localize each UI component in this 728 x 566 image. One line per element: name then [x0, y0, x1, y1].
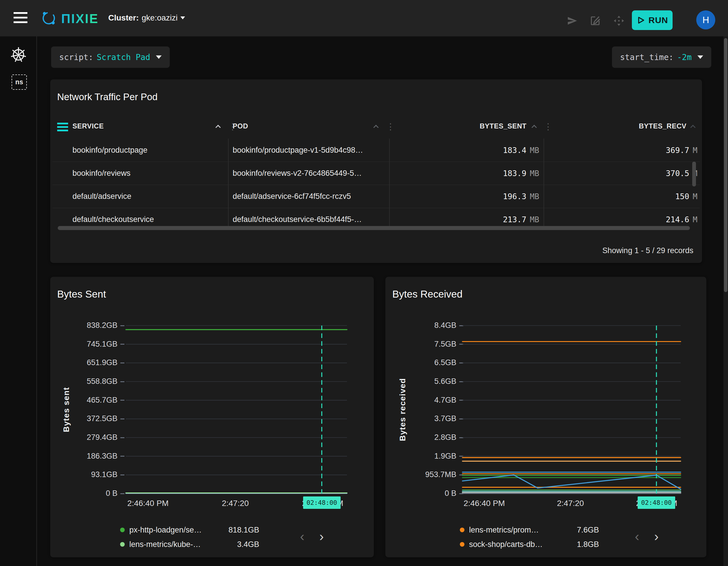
x-tick-label: 2:46:40 PM [127, 499, 169, 508]
cursor-time-tooltip: 02:48:00 [638, 496, 675, 509]
series-label: px-http-loadgen/se… [129, 526, 210, 535]
page-scrollbar-thumb[interactable] [724, 38, 727, 292]
y-tick-label: 279.4GB [50, 433, 117, 442]
y-tick-label: 186.3GB [50, 452, 117, 461]
legend-next-icon[interactable]: › [651, 528, 662, 544]
start-time-key: start_time: [620, 53, 673, 62]
pixie-logo[interactable]: ΠIXIE [40, 10, 99, 28]
x-tick-label: 2:47:20 [222, 499, 249, 508]
cluster-value: gke:oazizi [142, 13, 178, 23]
column-divider [228, 139, 229, 230]
y-tick-label: 3.7GB [385, 414, 456, 423]
script-key: script: [59, 53, 93, 62]
sort-asc-icon[interactable] [373, 125, 378, 130]
top-bar: ΠIXIE Cluster: gke:oazizi RU [0, 0, 728, 36]
table-title: Network Traffic Per Pod [57, 91, 158, 102]
y-tick-mark [120, 419, 124, 419]
column-header-bytes-sent[interactable]: BYTES_SENT [394, 122, 527, 134]
series-dot-icon [460, 542, 464, 547]
pixie-logo-text: ΠIXIE [61, 12, 99, 26]
y-tick-label: 93.1GB [50, 470, 117, 479]
y-tick-mark [120, 363, 124, 363]
start-time-selector[interactable]: start_time: -2m [612, 46, 711, 68]
series-dot-icon [120, 528, 125, 532]
series-value: 1.8GB [550, 540, 599, 549]
legend-item: lens-metrics/prom… 7.6GB [460, 524, 599, 536]
y-tick-label: 372.5GB [50, 414, 117, 423]
y-tick-label: 953.7MB [385, 470, 456, 479]
y-tick-label: 745.1GB [50, 340, 117, 349]
legend-item: lens-metrics/kube-… 3.4GB [120, 538, 259, 550]
series-label: lens-metrics/prom… [469, 526, 550, 535]
column-divider [389, 139, 390, 230]
move-widgets-icon[interactable] [613, 15, 625, 27]
series-label: sock-shop/carts-db… [469, 540, 550, 549]
y-tick-mark [120, 437, 124, 438]
horizontal-scrollbar[interactable] [58, 226, 690, 230]
play-icon [636, 16, 645, 25]
y-tick-mark [120, 400, 124, 401]
chevron-down-icon [697, 55, 703, 59]
sidebar-item-namespaces[interactable]: ns [12, 74, 27, 90]
edit-icon[interactable] [589, 15, 601, 27]
bytes-sent-cell: 183.9MB [405, 162, 539, 185]
column-menu-icon[interactable]: ⋮ [544, 122, 552, 132]
script-value: Scratch Pad [97, 53, 150, 62]
y-tick-label: 2.8GB [385, 433, 456, 442]
pod-cell: bookinfo/reviews-v2-76c4865449-5… [233, 162, 383, 185]
y-tick-label: 7.5GB [385, 340, 456, 349]
column-divider [544, 139, 544, 230]
y-tick-label: 1.9GB [385, 452, 456, 461]
column-header-bytes-recv[interactable]: BYTES_RECV [554, 122, 686, 134]
network-traffic-table-card: Network Traffic Per Pod SERVICE ⋮ POD ⋮ … [50, 79, 702, 263]
cluster-selector[interactable]: Cluster: gke:oazizi [108, 13, 185, 23]
plot-area[interactable] [126, 326, 347, 495]
sort-asc-icon[interactable] [531, 125, 537, 130]
y-tick-mark [120, 456, 124, 457]
bytes-recv-cell: 150M [564, 185, 697, 208]
series-dot-icon [120, 542, 125, 547]
service-cell: bookinfo/productpage [72, 139, 223, 162]
menu-icon[interactable] [14, 12, 27, 24]
avatar[interactable]: H [696, 10, 715, 29]
vertical-scrollbar[interactable] [692, 162, 696, 186]
bytes-recv-cell: 370.5M [564, 162, 697, 185]
bytes-sent-cell: 196.3MB [405, 185, 539, 208]
share-icon[interactable] [566, 15, 578, 27]
pod-cell: default/adservice-6cf74f5fcc-rczv5 [233, 185, 383, 208]
sort-asc-icon[interactable] [215, 125, 221, 130]
bytes-received-chart-card: Bytes Received Bytes received 8.4GB7.5GB… [385, 277, 706, 557]
plot-area[interactable] [462, 326, 681, 495]
bytes-received-line-chart[interactable]: 8.4GB7.5GB6.5GB5.6GB4.7GB3.7GB2.8GB1.9GB… [385, 277, 706, 557]
x-tick-label: 2:46:40 PM [464, 499, 505, 508]
legend-next-icon[interactable]: › [316, 528, 327, 544]
bytes-sent-line-chart[interactable]: 838.2GB745.1GB651.9GB558.8GB465.7GB372.5… [50, 277, 374, 557]
table-menu-icon[interactable] [57, 123, 68, 132]
pixie-live-ui: ΠIXIE Cluster: gke:oazizi RU [0, 0, 728, 566]
chevron-down-icon [180, 16, 185, 19]
y-tick-label: 5.6GB [385, 377, 456, 386]
legend-item: sock-shop/carts-db… 1.8GB [460, 538, 599, 550]
y-tick-mark [120, 325, 124, 326]
y-tick-label: 6.5GB [385, 358, 456, 367]
column-header-service[interactable]: SERVICE [72, 122, 104, 134]
script-selector[interactable]: script: Scratch Pad [51, 46, 170, 68]
y-tick-mark [120, 381, 124, 382]
y-tick-mark [120, 493, 124, 494]
cursor-time-tooltip: 02:48:00 [303, 496, 341, 509]
legend-prev-icon[interactable]: ‹ [631, 528, 643, 544]
service-cell: default/adservice [72, 185, 223, 208]
column-header-pod[interactable]: POD [233, 122, 248, 134]
start-time-value: -2m [677, 53, 692, 62]
bytes-sent-chart-card: Bytes Sent Bytes sent 838.2GB745.1GB651.… [50, 277, 374, 557]
x-tick-label: 2:47:20 [557, 499, 584, 508]
legend-prev-icon[interactable]: ‹ [296, 528, 308, 544]
avatar-initial: H [702, 15, 709, 25]
run-button[interactable]: RUN [632, 10, 673, 30]
y-tick-mark [120, 475, 124, 475]
y-tick-label: 558.8GB [50, 377, 117, 386]
records-count: Showing 1 - 5 / 29 records [602, 246, 693, 255]
sort-asc-icon[interactable] [690, 125, 695, 130]
kubernetes-cluster-icon[interactable] [11, 47, 26, 64]
series-value: 7.6GB [550, 526, 599, 535]
